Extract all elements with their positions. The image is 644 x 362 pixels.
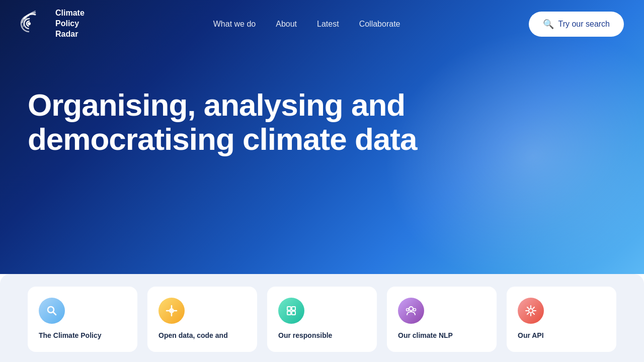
card-api[interactable]: Our API: [507, 287, 616, 352]
svg-rect-9: [287, 311, 291, 315]
nav-links: What we do About Latest Collaborate: [213, 20, 400, 29]
card-icon-search: [39, 298, 65, 324]
svg-point-6: [169, 308, 174, 313]
nav-what-we-do[interactable]: What we do: [213, 20, 256, 28]
svg-rect-7: [287, 307, 291, 310]
svg-point-12: [407, 309, 409, 311]
card-nlp[interactable]: Our climate NLP: [387, 287, 497, 352]
card-open-data[interactable]: Open data, code and: [147, 287, 257, 352]
search-button-label: Try our search: [558, 20, 610, 29]
svg-line-5: [53, 312, 56, 315]
card-responsible[interactable]: Our responsible: [267, 287, 377, 352]
try-search-button[interactable]: 🔍 Try our search: [529, 12, 624, 37]
navbar: Climate Policy Radar What we do About La…: [0, 0, 644, 48]
card-icon-responsible: [278, 298, 304, 324]
svg-point-13: [414, 309, 416, 311]
svg-point-14: [529, 309, 533, 313]
nav-about[interactable]: About: [276, 20, 297, 28]
svg-rect-10: [292, 311, 295, 315]
hero-section: Climate Policy Radar What we do About La…: [0, 0, 644, 274]
card-icon-api: [518, 298, 544, 324]
logo-icon: [20, 9, 50, 39]
svg-point-3: [28, 22, 31, 25]
card-title-nlp: Our climate NLP: [398, 331, 486, 340]
nav-latest[interactable]: Latest: [317, 20, 339, 28]
logo-text: Climate Policy Radar: [55, 8, 85, 39]
hero-title: Organising, analysing and democratising …: [28, 88, 420, 156]
card-icon-code: [158, 298, 185, 324]
card-title-open-data: Open data, code and: [158, 331, 246, 340]
card-title-responsible: Our responsible: [278, 331, 366, 340]
card-title-api: Our API: [518, 331, 605, 340]
logo-link[interactable]: Climate Policy Radar: [20, 8, 85, 39]
svg-rect-8: [292, 307, 295, 310]
card-climate-policy[interactable]: The Climate Policy: [28, 287, 137, 352]
hero-content: Organising, analysing and democratising …: [0, 48, 644, 156]
card-icon-nlp: [398, 298, 424, 324]
search-icon: 🔍: [543, 19, 554, 30]
cards-section: The Climate Policy Open data, code and O…: [0, 274, 644, 362]
svg-point-11: [409, 307, 413, 311]
card-title-climate-policy: The Climate Policy: [39, 331, 126, 340]
nav-collaborate[interactable]: Collaborate: [359, 20, 400, 28]
